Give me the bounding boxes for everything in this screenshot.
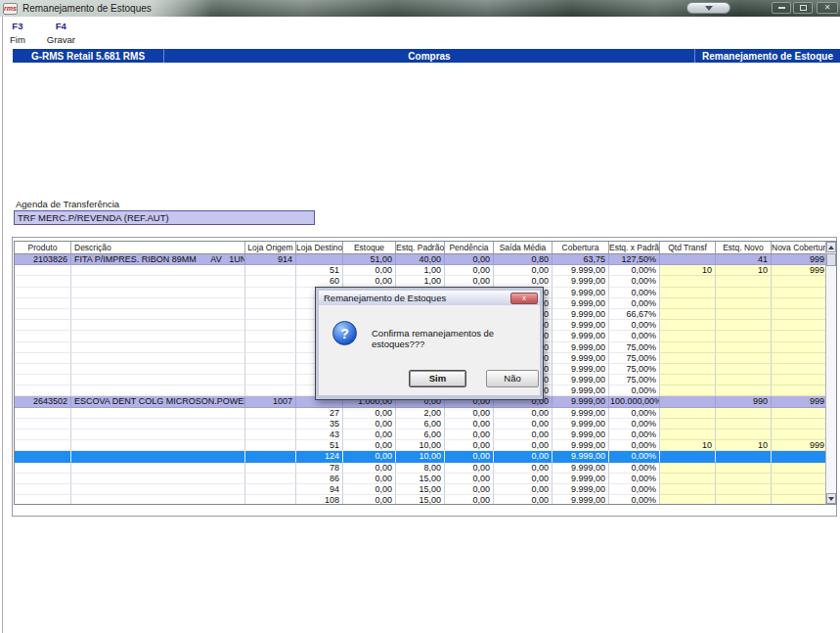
grid-cell[interactable] bbox=[15, 331, 71, 341]
grid-cell[interactable] bbox=[245, 331, 296, 341]
grid-cell[interactable] bbox=[245, 364, 296, 375]
grid-cell[interactable] bbox=[716, 430, 772, 440]
grid-cell[interactable]: 15,00 bbox=[396, 484, 445, 495]
grid-cell[interactable] bbox=[71, 331, 245, 341]
grid-cell[interactable] bbox=[71, 375, 245, 385]
grid-cell[interactable] bbox=[245, 342, 296, 353]
grid-cell[interactable] bbox=[772, 331, 827, 341]
grid-cell[interactable]: 914 bbox=[245, 254, 296, 265]
grid-cell[interactable] bbox=[716, 353, 772, 364]
grid-cell[interactable] bbox=[660, 474, 716, 484]
grid-cell[interactable] bbox=[245, 419, 296, 430]
grid-cell[interactable]: 0,00% bbox=[609, 484, 660, 495]
grid-cell[interactable] bbox=[245, 474, 296, 484]
grid-cell[interactable] bbox=[772, 375, 827, 385]
grid-cell[interactable]: 51 bbox=[296, 440, 343, 451]
grid-cell[interactable] bbox=[716, 276, 772, 287]
grid-cell[interactable] bbox=[245, 375, 296, 385]
grid-cell[interactable] bbox=[660, 353, 716, 364]
grid-cell[interactable]: 75,00% bbox=[609, 364, 660, 375]
grid-cell[interactable]: 0,00 bbox=[445, 265, 494, 276]
grid-cell[interactable] bbox=[660, 276, 716, 287]
grid-cell[interactable]: 1,00 bbox=[396, 265, 445, 276]
grid-cell[interactable]: 127,50% bbox=[609, 254, 660, 265]
grid-cell[interactable]: 0,00 bbox=[343, 440, 396, 451]
grid-cell[interactable]: 0,00 bbox=[445, 254, 494, 265]
grid-cell[interactable]: 75,00% bbox=[609, 342, 660, 353]
grid-cell[interactable] bbox=[772, 309, 827, 320]
grid-cell[interactable]: 9.999,00 bbox=[553, 440, 609, 451]
table-row[interactable]: 430,006,000,000,009.999,000,00% bbox=[15, 430, 836, 440]
table-row[interactable]: 600,001,000,000,009.999,000,00% bbox=[15, 276, 836, 287]
grid-cell[interactable]: 15,00 bbox=[396, 474, 445, 484]
grid-cell[interactable]: 9.999,00 bbox=[553, 298, 609, 309]
scrollbar-thumb[interactable] bbox=[826, 253, 836, 266]
grid-cell[interactable]: 10 bbox=[660, 440, 716, 451]
grid-cell[interactable]: 10 bbox=[716, 440, 772, 451]
grid-cell[interactable] bbox=[245, 430, 296, 440]
grid-cell[interactable]: 9.999,00 bbox=[553, 419, 609, 430]
grid-cell[interactable]: 0,00 bbox=[494, 463, 553, 474]
grid-cell[interactable]: 0,00 bbox=[445, 430, 494, 440]
grid-cell[interactable] bbox=[15, 463, 71, 474]
grid-cell[interactable] bbox=[660, 375, 716, 385]
toolbar-button-gravar[interactable]: F4 Gravar bbox=[43, 20, 79, 49]
grid-cell[interactable] bbox=[15, 364, 71, 375]
grid-cell[interactable] bbox=[245, 353, 296, 364]
grid-cell[interactable] bbox=[71, 495, 245, 505]
grid-cell[interactable] bbox=[660, 495, 716, 505]
grid-cell[interactable]: 0,00 bbox=[445, 463, 494, 474]
grid-cell[interactable] bbox=[15, 288, 71, 298]
grid-cell[interactable] bbox=[716, 419, 772, 430]
grid-cell[interactable]: 78 bbox=[296, 463, 343, 474]
transfer-agenda-field[interactable]: TRF MERC.P/REVENDA (REF.AUT) bbox=[14, 210, 315, 225]
grid-cell[interactable]: 0,00% bbox=[609, 430, 660, 440]
scroll-up-button[interactable] bbox=[826, 242, 836, 252]
grid-cell[interactable] bbox=[660, 298, 716, 309]
grid-cell[interactable]: 9.999,00 bbox=[553, 451, 609, 462]
grid-cell[interactable] bbox=[716, 495, 772, 505]
grid-cell[interactable] bbox=[71, 265, 245, 276]
grid-cell[interactable]: 0,00 bbox=[494, 430, 553, 440]
grid-cell[interactable]: 9.999,00 bbox=[553, 288, 609, 298]
grid-cell[interactable]: 0,00 bbox=[445, 419, 494, 430]
grid-cell[interactable] bbox=[15, 265, 71, 276]
grid-cell[interactable] bbox=[71, 463, 245, 474]
table-row[interactable]: 350,006,000,000,009.999,000,00% bbox=[15, 419, 836, 430]
grid-cell[interactable] bbox=[716, 474, 772, 484]
grid-cell[interactable]: FITA P/IMPRES. RIBON 89MM AV 1UN bbox=[71, 254, 245, 265]
grid-cell[interactable] bbox=[245, 385, 296, 396]
grid-cell[interactable]: 75,00% bbox=[609, 375, 660, 385]
table-row[interactable]: 270,002,000,000,009.999,000,00% bbox=[15, 408, 836, 419]
grid-scrollbar[interactable] bbox=[825, 242, 836, 504]
grid-cell[interactable]: 0,00% bbox=[609, 288, 660, 298]
table-row[interactable]: 1080,0015,000,000,009.999,000,00% bbox=[15, 495, 836, 505]
grid-cell[interactable] bbox=[71, 364, 245, 375]
grid-cell[interactable]: 0,00 bbox=[494, 451, 553, 462]
grid-cell[interactable]: 10,00 bbox=[396, 440, 445, 451]
grid-cell[interactable]: 9.999,00 bbox=[553, 342, 609, 353]
grid-cell[interactable] bbox=[71, 474, 245, 484]
grid-cell[interactable]: 0,00% bbox=[609, 451, 660, 462]
grid-cell[interactable] bbox=[772, 463, 827, 474]
table-row[interactable]: 780,008,000,000,009.999,000,00% bbox=[15, 463, 836, 474]
grid-cell[interactable]: 15,00 bbox=[396, 495, 445, 505]
grid-cell[interactable]: 2643502 bbox=[15, 396, 71, 407]
grid-cell[interactable]: 0,00 bbox=[494, 276, 553, 287]
grid-cell[interactable] bbox=[660, 364, 716, 375]
grid-cell[interactable] bbox=[15, 408, 71, 419]
grid-cell[interactable]: 9.999,00 bbox=[553, 353, 609, 364]
grid-cell[interactable] bbox=[772, 276, 827, 287]
grid-cell[interactable]: 0,00 bbox=[445, 276, 494, 287]
grid-cell[interactable]: 0,00% bbox=[609, 331, 660, 341]
grid-cell[interactable] bbox=[772, 288, 827, 298]
grid-cell[interactable] bbox=[660, 396, 716, 407]
grid-cell[interactable]: 9.999,00 bbox=[553, 276, 609, 287]
grid-cell[interactable]: 990 bbox=[716, 396, 772, 407]
grid-cell[interactable]: 9.999,00 bbox=[553, 375, 609, 385]
grid-cell[interactable]: 35 bbox=[296, 419, 343, 430]
grid-cell[interactable]: 0,00 bbox=[343, 430, 396, 440]
table-row[interactable]: 2103826FITA P/IMPRES. RIBON 89MM AV 1UN9… bbox=[15, 254, 836, 265]
grid-cell[interactable]: 0,00% bbox=[609, 440, 660, 451]
grid-cell[interactable]: 0,00 bbox=[343, 265, 396, 276]
